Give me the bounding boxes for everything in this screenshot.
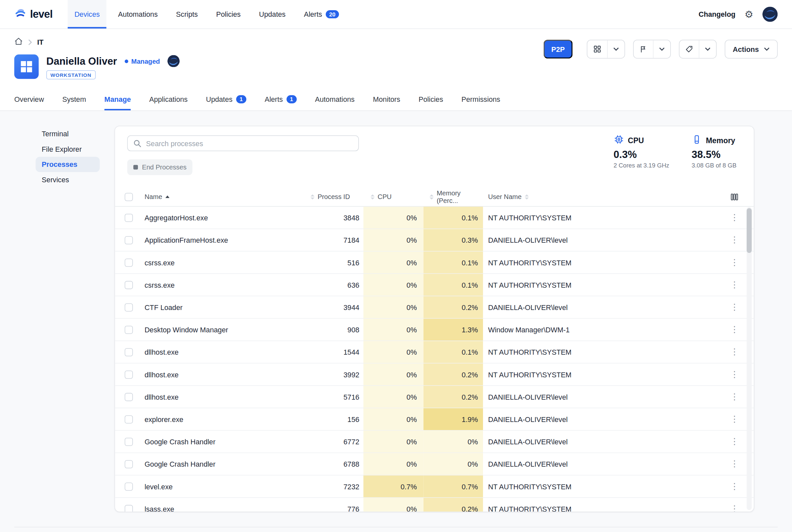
- process-id-cell: 7184: [304, 236, 364, 244]
- process-id-cell: 6772: [304, 437, 364, 445]
- process-row: csrss.exe 636 0% 0.1% NT AUTHORITY\SYSTE…: [115, 274, 754, 296]
- cpu-stat: CPU 0.3% 2 Cores at 3.19 GHz: [614, 134, 670, 169]
- device-tab[interactable]: Alerts 1: [265, 88, 297, 110]
- column-header-user[interactable]: User Name: [483, 193, 722, 200]
- breadcrumb-current[interactable]: IT: [37, 38, 43, 46]
- device-tab-label: System: [62, 95, 86, 103]
- device-tab[interactable]: Permissions: [461, 88, 500, 110]
- device-avatar[interactable]: [168, 55, 180, 67]
- column-header-memory[interactable]: Memory (Perc...: [424, 189, 483, 204]
- row-actions-cell: ⋮: [722, 302, 746, 312]
- kebab-menu-icon[interactable]: ⋮: [727, 392, 742, 402]
- row-checkbox[interactable]: [125, 303, 133, 311]
- row-actions-cell: ⋮: [722, 257, 746, 268]
- kebab-menu-icon[interactable]: ⋮: [727, 436, 742, 447]
- row-checkbox[interactable]: [125, 370, 133, 379]
- row-checkbox[interactable]: [125, 348, 133, 356]
- level-logo[interactable]: level: [14, 0, 53, 28]
- topnav-item[interactable]: Devices: [67, 0, 106, 28]
- kebab-menu-icon[interactable]: ⋮: [727, 257, 742, 268]
- column-header-name[interactable]: Name: [144, 193, 304, 200]
- sidebar-item[interactable]: Terminal: [36, 126, 100, 141]
- kebab-menu-icon[interactable]: ⋮: [727, 369, 742, 380]
- row-checkbox[interactable]: [125, 281, 133, 289]
- column-settings-icon[interactable]: [722, 192, 746, 201]
- changelog-link[interactable]: Changelog: [699, 10, 735, 18]
- p2p-button[interactable]: P2P: [544, 40, 573, 58]
- flag-icon[interactable]: [633, 40, 653, 58]
- memory-cell: 0.2%: [424, 498, 483, 512]
- kebab-menu-icon[interactable]: ⋮: [727, 481, 742, 492]
- tag-icon[interactable]: [679, 40, 699, 58]
- tag-dropdown-chevron[interactable]: [699, 40, 716, 58]
- user-avatar[interactable]: [762, 6, 778, 22]
- sidebar-item[interactable]: File Explorer: [36, 141, 100, 157]
- row-checkbox[interactable]: [125, 415, 133, 423]
- actions-button[interactable]: Actions: [725, 40, 778, 58]
- kebab-menu-icon[interactable]: ⋮: [727, 302, 742, 312]
- kebab-menu-icon[interactable]: ⋮: [727, 504, 742, 512]
- device-tab[interactable]: System: [62, 88, 86, 110]
- process-name-cell: lsass.exe: [144, 505, 304, 512]
- row-checkbox[interactable]: [125, 236, 133, 244]
- kebab-menu-icon[interactable]: ⋮: [727, 212, 742, 223]
- settings-gear-icon[interactable]: ⚙: [745, 10, 753, 19]
- topnav-item[interactable]: Scripts: [170, 0, 205, 28]
- topnav-item[interactable]: Automations: [111, 0, 164, 28]
- topnav-item[interactable]: Policies: [210, 0, 247, 28]
- select-all-checkbox[interactable]: [125, 193, 133, 201]
- process-row: Desktop Window Manager 908 0% 1.3% Windo…: [115, 319, 754, 341]
- sidebar-item[interactable]: Services: [36, 172, 100, 188]
- row-checkbox[interactable]: [125, 505, 133, 512]
- kebab-menu-icon[interactable]: ⋮: [727, 414, 742, 424]
- process-id-cell: 636: [304, 281, 364, 289]
- column-header-memory-label: Memory (Perc...: [437, 189, 483, 204]
- kebab-menu-icon[interactable]: ⋮: [727, 280, 742, 290]
- flag-dropdown-chevron[interactable]: [653, 40, 670, 58]
- row-checkbox[interactable]: [125, 460, 133, 468]
- device-header: IT Daniella Oliver Managed: [0, 29, 792, 111]
- topnav-item[interactable]: Updates: [252, 0, 292, 28]
- row-checkbox[interactable]: [125, 437, 133, 445]
- device-tab[interactable]: Applications: [149, 88, 188, 110]
- grid-icon[interactable]: [587, 40, 607, 58]
- scrollbar-thumb[interactable]: [747, 208, 752, 253]
- device-tab[interactable]: Manage: [104, 88, 131, 110]
- process-id-cell: 3848: [304, 213, 364, 222]
- column-header-user-label: User Name: [488, 193, 521, 200]
- home-icon[interactable]: [14, 37, 23, 48]
- process-id-cell: 156: [304, 415, 364, 423]
- search-processes-input[interactable]: [128, 135, 359, 151]
- device-info: Daniella Oliver Managed WORKSTATION: [46, 55, 180, 79]
- device-tab[interactable]: Updates 1: [206, 88, 246, 110]
- column-header-process-id[interactable]: Process ID: [304, 193, 364, 200]
- device-tab[interactable]: Overview: [14, 88, 44, 110]
- kebab-menu-icon[interactable]: ⋮: [727, 324, 742, 335]
- windows-icon: [21, 61, 32, 72]
- sort-asc-icon: [165, 195, 169, 198]
- column-header-cpu[interactable]: CPU: [364, 193, 424, 200]
- row-checkbox[interactable]: [125, 482, 133, 491]
- row-checkbox[interactable]: [125, 325, 133, 334]
- process-name-cell: csrss.exe: [144, 259, 304, 267]
- kebab-menu-icon[interactable]: ⋮: [727, 235, 742, 246]
- device-tab[interactable]: Policies: [419, 88, 443, 110]
- row-actions-cell: ⋮: [722, 347, 746, 358]
- cpu-cell: 0%: [364, 386, 424, 408]
- view-dropdown-chevron[interactable]: [607, 40, 624, 58]
- footer-divider: [14, 527, 777, 527]
- table-scrollbar[interactable]: [747, 207, 752, 510]
- row-checkbox[interactable]: [125, 259, 133, 267]
- kebab-menu-icon[interactable]: ⋮: [727, 347, 742, 358]
- user-name-cell: NT AUTHORITY\SYSTEM: [483, 259, 722, 267]
- end-processes-button[interactable]: End Processes: [128, 159, 193, 175]
- kebab-menu-icon[interactable]: ⋮: [727, 459, 742, 470]
- device-tab[interactable]: Automations: [315, 88, 355, 110]
- row-checkbox[interactable]: [125, 213, 133, 222]
- topnav-item[interactable]: Alerts 20: [297, 0, 345, 28]
- process-id-cell: 5716: [304, 393, 364, 401]
- device-tab[interactable]: Monitors: [373, 88, 400, 110]
- row-checkbox[interactable]: [125, 393, 133, 401]
- top-nav: level Devices Automations Scripts: [0, 0, 792, 29]
- sidebar-item[interactable]: Processes: [36, 157, 100, 172]
